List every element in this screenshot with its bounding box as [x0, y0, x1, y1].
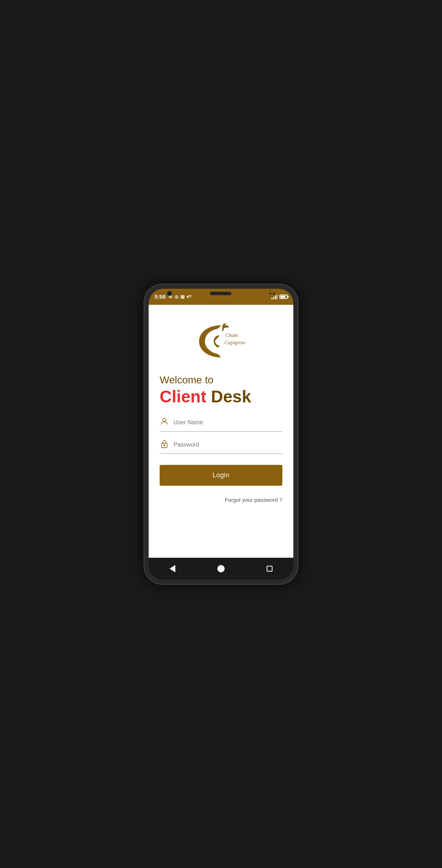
svg-text:Capigrow: Capigrow: [225, 340, 245, 345]
phone-hardware-top: [160, 291, 282, 296]
svg-point-4: [164, 445, 165, 446]
back-icon: [169, 565, 175, 572]
screen-content: Cham Capigrow Welcome to Client Desk: [149, 305, 293, 558]
welcome-line1: Welcome to: [160, 374, 213, 386]
bottom-nav-bar: [149, 558, 293, 580]
login-button[interactable]: Login: [160, 465, 282, 486]
signal-bar-2: [273, 297, 274, 299]
lock-icon: [160, 439, 169, 451]
recent-button[interactable]: [267, 566, 273, 572]
svg-point-2: [163, 418, 166, 421]
forgot-password-link[interactable]: Forgot your password ?: [160, 497, 282, 503]
sensor-dot-2: [273, 292, 275, 295]
back-button[interactable]: [169, 565, 175, 572]
sensor-area: [269, 292, 275, 295]
logo-container: Cham Capigrow: [192, 319, 250, 363]
speaker-grille-icon: [210, 292, 232, 295]
svg-text:Cham: Cham: [225, 332, 238, 338]
desk-word: Desk: [206, 387, 251, 406]
username-row: [160, 417, 282, 432]
phone-device: 5:58 ⚙ ◎ ▤ ▾?: [144, 284, 298, 584]
phone-screen: 5:58 ⚙ ◎ ▤ ▾?: [149, 289, 293, 580]
user-icon: [160, 417, 169, 428]
home-icon: [217, 565, 225, 572]
password-row: [160, 439, 282, 454]
username-input[interactable]: [174, 419, 282, 426]
sensor-dot-1: [269, 292, 271, 295]
client-word: Client: [160, 387, 206, 406]
front-camera-icon: [167, 291, 172, 296]
app-title: Client Desk: [160, 387, 251, 406]
home-button[interactable]: [217, 565, 225, 572]
recent-icon: [267, 566, 273, 572]
signal-bar-1: [271, 298, 273, 299]
signal-bar-3: [275, 296, 276, 299]
login-form: Login Forgot your password ?: [160, 417, 282, 503]
password-input[interactable]: [174, 441, 282, 448]
app-logo: Cham Capigrow: [192, 319, 250, 363]
